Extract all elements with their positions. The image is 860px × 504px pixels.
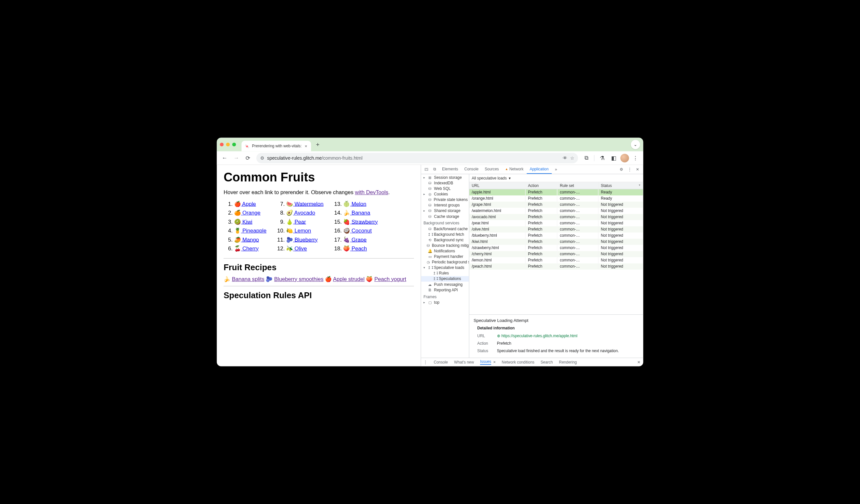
table-header[interactable]: Action bbox=[525, 182, 557, 189]
fruit-link[interactable]: 🍎 Apple bbox=[234, 201, 256, 207]
sidebar-item[interactable]: ▸◎Cookies bbox=[421, 191, 469, 197]
devtools-close-button[interactable]: ✕ bbox=[634, 167, 642, 172]
chrome-menu-button[interactable]: ⋮ bbox=[630, 153, 641, 163]
recipe-link[interactable]: Banana splits bbox=[232, 276, 264, 282]
drawer-menu-icon[interactable]: ⋮ bbox=[424, 360, 427, 364]
fruit-link[interactable]: 🍈 Melon bbox=[343, 201, 366, 207]
sidebar-item[interactable]: ▸🔔Notifications bbox=[421, 248, 469, 254]
devtools-settings-button[interactable]: ⚙ bbox=[618, 167, 626, 172]
table-row[interactable]: /grape.htmlPrefetchcommon-…Not triggered bbox=[469, 202, 643, 208]
sidebar-item[interactable]: ▸◷Periodic background sync bbox=[421, 259, 469, 265]
table-row[interactable]: /pear.htmlPrefetchcommon-…Not triggered bbox=[469, 220, 643, 226]
fruit-link[interactable]: 🥑 Avocado bbox=[286, 210, 315, 216]
address-bar[interactable]: ⚙︎ speculative-rules.glitch.me/common-fr… bbox=[256, 153, 578, 163]
recipe-link[interactable]: Blueberry smoothies bbox=[274, 276, 324, 282]
drawer-tab[interactable]: Console bbox=[433, 360, 448, 364]
table-row[interactable]: /olive.htmlPrefetchcommon-…Not triggered bbox=[469, 226, 643, 232]
reload-button[interactable]: ⟳ bbox=[243, 153, 253, 163]
devtools-menu-button[interactable]: ⋮ bbox=[626, 167, 633, 172]
extensions-button[interactable]: ⧉ bbox=[581, 153, 592, 163]
fruit-link[interactable]: 🫐 Blueberry bbox=[286, 236, 318, 243]
fruit-link[interactable]: 🍌 Banana bbox=[343, 210, 370, 216]
tabs-overflow-button[interactable]: ⌄ bbox=[631, 140, 641, 149]
minimize-window-button[interactable] bbox=[226, 143, 230, 146]
table-header[interactable]: Status bbox=[598, 182, 643, 189]
sidebar-item[interactable]: ▸↥↧Rules bbox=[421, 271, 469, 276]
table-row[interactable]: /orange.htmlPrefetchcommon-…Ready bbox=[469, 196, 643, 202]
sidebar-item[interactable]: ▸⛁Cache storage bbox=[421, 214, 469, 219]
sidebar-item[interactable]: ▸⊞Session storage bbox=[421, 175, 469, 181]
sidebar-item[interactable]: ▸⛁Shared storage bbox=[421, 208, 469, 214]
fruit-link[interactable]: 🍇 Grape bbox=[343, 236, 367, 243]
sidebar-item[interactable]: ▸⛁Interest groups bbox=[421, 203, 469, 208]
sidebar-item[interactable]: ▸☁Push messaging bbox=[421, 282, 469, 287]
table-row[interactable]: /peach.htmlPrefetchcommon-…Not triggered bbox=[469, 263, 643, 270]
devtools-tab-elements[interactable]: Elements bbox=[439, 165, 461, 174]
sidebar-item[interactable]: ▸⛁Private state tokens bbox=[421, 197, 469, 203]
fruit-link[interactable]: 🥝 Kiwi bbox=[234, 218, 253, 225]
labs-button[interactable]: ⚗ bbox=[597, 153, 607, 163]
browser-tab[interactable]: 🍬 Prerendering with web-vitals: × bbox=[242, 141, 311, 151]
table-row[interactable]: /blueberry.htmlPrefetchcommon-…Not trigg… bbox=[469, 232, 643, 239]
fruit-link[interactable]: 🥥 Coconut bbox=[343, 227, 371, 233]
speculation-filter[interactable]: All speculative loads ▾ bbox=[469, 174, 643, 183]
bookmark-star-icon[interactable]: ☆ bbox=[570, 155, 574, 161]
device-toolbar-button[interactable]: ⧉ bbox=[431, 167, 439, 172]
sidebar-item[interactable]: ▸⛁Web SQL bbox=[421, 186, 469, 191]
devtools-tab-application[interactable]: Application bbox=[527, 165, 551, 174]
detail-url-value[interactable]: https://speculative-rules.glitch.me/appl… bbox=[501, 334, 577, 338]
maximize-window-button[interactable] bbox=[232, 143, 236, 146]
drawer-tab-close[interactable]: ✕ bbox=[493, 360, 496, 363]
inspect-element-button[interactable]: ⮹ bbox=[423, 167, 430, 171]
tab-close-button[interactable]: × bbox=[304, 144, 308, 148]
table-row[interactable]: /cherry.htmlPrefetchcommon-…Not triggere… bbox=[469, 251, 643, 257]
table-header[interactable]: Rule set bbox=[557, 182, 598, 189]
table-row[interactable]: /apple.htmlPrefetchcommon-…Ready bbox=[469, 189, 643, 196]
fruit-link[interactable]: 🍍 Pineapple bbox=[234, 227, 267, 233]
devtools-link[interactable]: with DevTools bbox=[355, 189, 388, 196]
profile-avatar[interactable] bbox=[620, 154, 629, 162]
site-settings-icon[interactable]: ⚙︎ bbox=[260, 155, 264, 161]
sidebar-item[interactable]: ▸▭Payment handler bbox=[421, 254, 469, 259]
sidebar-item[interactable]: ▸⛁IndexedDB bbox=[421, 181, 469, 186]
drawer-tab[interactable]: Search bbox=[541, 360, 553, 364]
devtools-tab-network[interactable]: Network bbox=[502, 165, 527, 174]
fruit-link[interactable]: 🥭 Mango bbox=[234, 236, 259, 243]
sidebar-item[interactable]: ▾↥↧Speculative loads bbox=[421, 265, 469, 271]
sidebar-item[interactable]: ▸🗎Reporting API bbox=[421, 287, 469, 293]
drawer-tab[interactable]: Issues bbox=[480, 360, 491, 365]
fruit-link[interactable]: 🍓 Strawberry bbox=[343, 218, 378, 225]
fruit-link[interactable]: 🫒 Olive bbox=[286, 245, 307, 252]
fruit-link[interactable]: 🍑 Peach bbox=[343, 245, 367, 252]
sidebar-item[interactable]: ▸⟲Background sync bbox=[421, 237, 469, 243]
table-row[interactable]: /lemon.htmlPrefetchcommon-…Not triggered bbox=[469, 257, 643, 263]
close-window-button[interactable] bbox=[220, 143, 224, 146]
drawer-close-button[interactable]: ✕ bbox=[637, 360, 641, 364]
table-row[interactable]: /avocado.htmlPrefetchcommon-…Not trigger… bbox=[469, 214, 643, 220]
recipe-link[interactable]: Apple strudel bbox=[333, 276, 364, 282]
table-row[interactable]: /kiwi.htmlPrefetchcommon-…Not triggered bbox=[469, 239, 643, 245]
sidebar-item[interactable]: ▸↥↧Speculations bbox=[421, 276, 469, 282]
fruit-link[interactable]: 🍐 Pear bbox=[286, 218, 306, 225]
side-panel-button[interactable]: ◧ bbox=[608, 153, 619, 163]
table-row[interactable]: /watermelon.htmlPrefetchcommon-…Not trig… bbox=[469, 208, 643, 214]
devtools-tab-sources[interactable]: Sources bbox=[482, 165, 502, 174]
fruit-link[interactable]: 🍒 Cherry bbox=[234, 245, 259, 252]
drawer-tab[interactable]: Network conditions bbox=[502, 360, 534, 364]
sidebar-item[interactable]: ▸↥↧Background fetch bbox=[421, 231, 469, 237]
devtools-tab-console[interactable]: Console bbox=[461, 165, 482, 174]
table-row[interactable]: /strawberry.htmlPrefetchcommon-…Not trig… bbox=[469, 245, 643, 251]
table-header[interactable]: URL bbox=[469, 182, 525, 189]
new-tab-button[interactable]: + bbox=[314, 140, 322, 149]
back-button[interactable]: ← bbox=[219, 153, 230, 163]
fruit-link[interactable]: 🍋 Lemon bbox=[286, 227, 311, 233]
fruit-link[interactable]: 🍉 Watermelon bbox=[286, 201, 324, 207]
fruit-link[interactable]: 🍊 Orange bbox=[234, 210, 260, 216]
sidebar-item[interactable]: ▸⛁Bounce tracking mitigations bbox=[421, 243, 469, 248]
sidebar-item[interactable]: ▸▢top bbox=[421, 300, 469, 305]
recipe-link[interactable]: Peach yogurt bbox=[374, 276, 406, 282]
drawer-tab[interactable]: Rendering bbox=[559, 360, 577, 364]
sidebar-item[interactable]: ▸⛁Back/forward cache bbox=[421, 226, 469, 231]
drawer-tab[interactable]: What's new bbox=[454, 360, 474, 364]
eye-off-icon[interactable]: 👁︎ bbox=[563, 155, 567, 161]
